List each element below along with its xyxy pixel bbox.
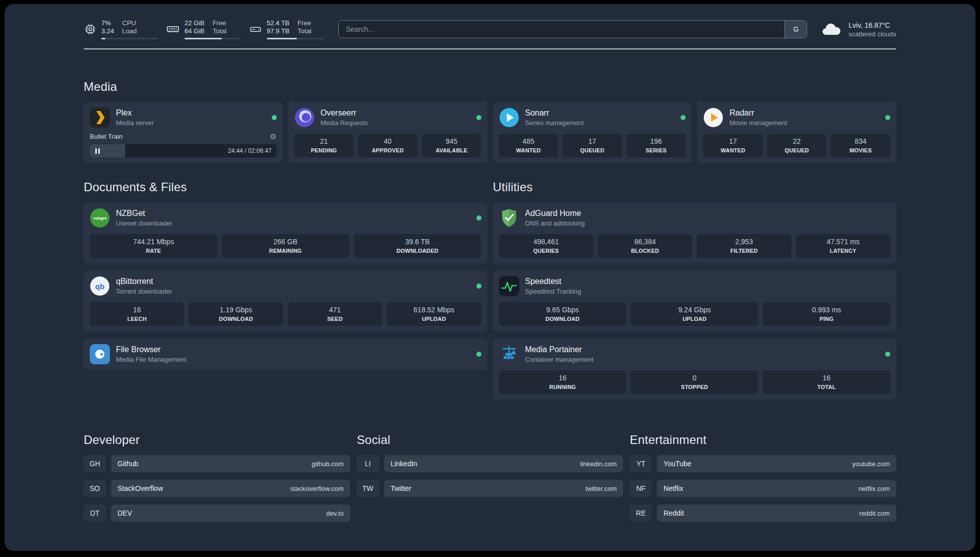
service-link-radarr[interactable]: Radarr Movie management bbox=[703, 107, 890, 128]
service-stats: 21PENDING40APPROVED945AVAILABLE bbox=[294, 134, 481, 157]
stat-tile: 9.65 GbpsDOWNLOAD bbox=[499, 302, 627, 326]
now-playing-title: Bullet Train bbox=[90, 133, 122, 140]
search-provider-button[interactable]: G bbox=[784, 21, 807, 38]
memory-widget-body: 22 GiB 64 GiB Free Total bbox=[185, 19, 241, 39]
bookmark-link[interactable]: Twittertwitter.com bbox=[384, 480, 624, 497]
stat-value: 0 bbox=[633, 374, 756, 382]
stat-tile: 40APPROVED bbox=[358, 134, 417, 157]
bookmark-link[interactable]: LinkedInlinkedin.com bbox=[384, 455, 624, 472]
stat-value: 9.65 Gbps bbox=[501, 306, 625, 314]
filebrowser-icon bbox=[90, 344, 110, 364]
stat-value: 22 bbox=[769, 137, 825, 146]
bookmark-name: DEV bbox=[117, 509, 132, 517]
pause-icon[interactable] bbox=[95, 148, 100, 154]
service-stats: 9.65 GbpsDOWNLOAD9.24 GbpsUPLOAD0.993 ms… bbox=[499, 302, 891, 326]
media-grid: Plex Media server Bullet Train ⚙ bbox=[84, 102, 896, 163]
bookmark-group-social: Social LILinkedInlinkedin.comTWTwittertw… bbox=[357, 433, 624, 497]
search-input[interactable] bbox=[339, 21, 784, 38]
stat-label: QUEUED bbox=[565, 147, 620, 153]
bookmark-url: stackoverflow.com bbox=[290, 485, 343, 492]
service-link-portainer[interactable]: Media Portainer Container management bbox=[499, 344, 891, 364]
stat-tile: 618.52 MbpsUPLOAD bbox=[387, 302, 481, 326]
section-title-entertainment: Entertainment bbox=[630, 433, 896, 447]
gear-icon[interactable]: ⚙ bbox=[270, 133, 276, 140]
bookmark-url: netflix.com bbox=[859, 485, 890, 492]
cpu-label: CPU bbox=[122, 19, 137, 27]
bookmark-link[interactable]: Netflixnetflix.com bbox=[657, 480, 896, 497]
bookmark-abbr: GH bbox=[84, 455, 106, 472]
bookmark-item[interactable]: NFNetflixnetflix.com bbox=[630, 480, 896, 497]
stat-value: 40 bbox=[360, 137, 415, 146]
stat-tile: 834MOVIES bbox=[831, 134, 890, 157]
stat-label: DOWNLOAD bbox=[501, 316, 625, 322]
service-link-overseerr[interactable]: Overseerr Media Requests bbox=[294, 107, 481, 128]
service-link-speedtest[interactable]: Speedtest Speedtest Tracking bbox=[499, 276, 891, 296]
bookmark-link[interactable]: DEVdev.to bbox=[111, 505, 350, 522]
bookmark-item[interactable]: YTYouTubeyoutube.com bbox=[630, 455, 896, 472]
service-name: File Browser bbox=[116, 345, 186, 355]
stat-label: STOPPED bbox=[633, 384, 756, 390]
resource-widgets: 7% 3.24 CPU Load bbox=[84, 19, 323, 39]
service-subtitle: DNS and adblocking bbox=[525, 219, 585, 228]
bookmark-link[interactable]: YouTubeyoutube.com bbox=[657, 455, 896, 472]
stat-label: REMAINING bbox=[224, 248, 347, 254]
bookmark-name: Reddit bbox=[663, 509, 684, 517]
stat-label: QUERIES bbox=[501, 248, 591, 254]
playback-progress-bar[interactable]: 24:44 / 02:06:47 bbox=[90, 144, 277, 157]
service-link-plex[interactable]: Plex Media server bbox=[90, 107, 277, 128]
bookmark-item[interactable]: RERedditreddit.com bbox=[630, 505, 896, 522]
service-link-nzbget[interactable]: nzbget NZBGet Usenet downloader bbox=[90, 208, 481, 228]
service-stats: 17WANTED22QUEUED834MOVIES bbox=[703, 134, 890, 157]
service-name: NZBGet bbox=[116, 208, 172, 218]
service-link-adguard[interactable]: AdGuard Home DNS and adblocking bbox=[499, 208, 891, 228]
cpu-usage-bar-fill bbox=[101, 38, 105, 39]
stat-value: 1.19 Gbps bbox=[191, 306, 281, 314]
service-name: Radarr bbox=[729, 108, 787, 118]
stat-tile: 22QUEUED bbox=[767, 134, 827, 157]
stat-label: LEECH bbox=[92, 316, 182, 322]
stat-label: DOWNLOAD bbox=[191, 316, 281, 322]
stat-tile: 2,953FILTERED bbox=[697, 234, 791, 258]
bookmark-link[interactable]: Githubgithub.com bbox=[111, 455, 350, 472]
service-link-filebrowser[interactable]: File Browser Media File Management bbox=[90, 344, 481, 364]
stat-label: WANTED bbox=[501, 147, 557, 153]
bookmark-item[interactable]: SOStackOverflowstackoverflow.com bbox=[84, 480, 350, 497]
service-name: Sonarr bbox=[525, 108, 584, 118]
speedtest-icon bbox=[499, 276, 519, 296]
stat-label: FILTERED bbox=[699, 248, 789, 254]
service-name: Speedtest bbox=[525, 276, 581, 287]
service-subtitle: Movie management bbox=[729, 119, 787, 127]
bookmark-link[interactable]: StackOverflowstackoverflow.com bbox=[111, 480, 350, 497]
service-link-sonarr[interactable]: Sonarr Series management bbox=[499, 107, 686, 128]
memory-usage-bar bbox=[185, 38, 241, 39]
service-card-plex: Plex Media server Bullet Train ⚙ bbox=[84, 102, 283, 163]
stat-value: 498,461 bbox=[501, 238, 591, 246]
service-card-nzbget: nzbget NZBGet Usenet downloader 744.21 M… bbox=[84, 202, 487, 263]
memory-total-value: 64 GiB bbox=[185, 27, 205, 35]
bookmark-link[interactable]: Redditreddit.com bbox=[657, 505, 896, 522]
stat-label: AVAILABLE bbox=[424, 147, 479, 153]
stat-value: 47.571 ms bbox=[798, 238, 888, 246]
stat-label: LATENCY bbox=[798, 248, 888, 254]
disk-widget-body: 52.4 TB 97.9 TB Free Total bbox=[267, 19, 323, 39]
stat-tile: 17WANTED bbox=[703, 134, 763, 157]
service-meta: Radarr Movie management bbox=[729, 108, 787, 127]
bookmark-item[interactable]: TWTwittertwitter.com bbox=[357, 480, 624, 497]
memory-free-label: Free bbox=[213, 19, 226, 27]
stat-label: BLOCKED bbox=[600, 248, 690, 254]
stat-value: 2,953 bbox=[699, 238, 789, 246]
stat-tile: 17QUEUED bbox=[563, 134, 622, 157]
service-card-qbittorrent: qb qBittorrent Torrent downloader 16LEEC… bbox=[84, 270, 487, 331]
stat-tile: 498,461QUERIES bbox=[499, 234, 593, 258]
status-dot bbox=[476, 115, 481, 120]
bookmark-item[interactable]: GHGithubgithub.com bbox=[84, 455, 350, 472]
section-title-media: Media bbox=[84, 80, 896, 94]
service-subtitle: Media Requests bbox=[321, 119, 368, 127]
bookmark-item[interactable]: LILinkedInlinkedin.com bbox=[357, 455, 624, 472]
service-name: Overseerr bbox=[321, 108, 368, 118]
media-section: Media Plex Media server bbox=[84, 80, 896, 163]
service-stats: 16LEECH1.19 GbpsDOWNLOAD471SEED618.52 Mb… bbox=[90, 302, 481, 326]
service-link-qbittorrent[interactable]: qb qBittorrent Torrent downloader bbox=[90, 276, 481, 296]
service-subtitle: Media server bbox=[116, 119, 154, 127]
bookmark-item[interactable]: DTDEVdev.to bbox=[84, 505, 350, 522]
